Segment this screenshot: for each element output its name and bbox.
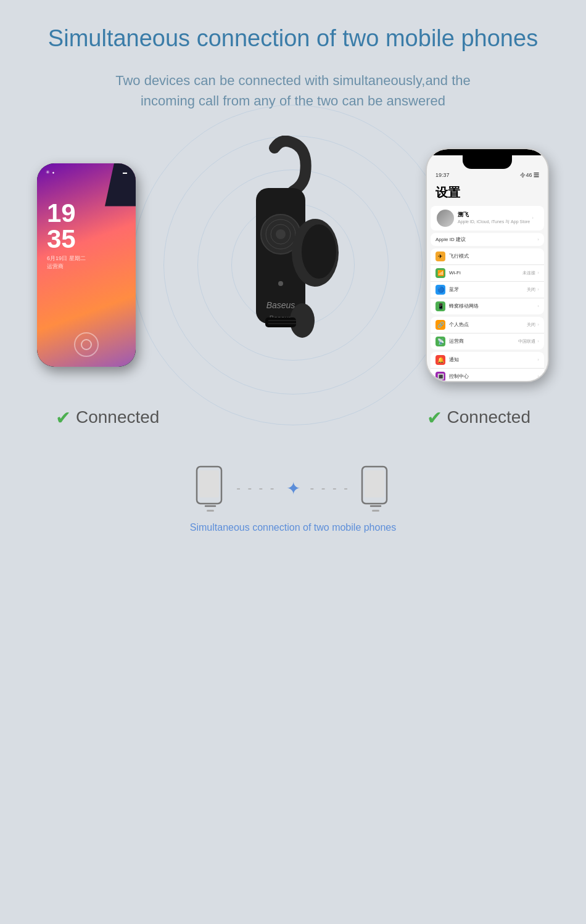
cellular-icon: 📱 [435, 301, 445, 311]
svg-text:Baseus: Baseus [266, 300, 295, 310]
apple-id-suggestion: Apple ID 建议 › [431, 233, 544, 246]
svg-rect-19 [365, 470, 384, 497]
profile-avatar [437, 210, 454, 227]
iphone-status-bar: 19:37 令46 ☰ [427, 169, 548, 181]
svg-point-5 [278, 281, 283, 286]
settings-notifications: 🔔 通知 › [431, 352, 544, 369]
android-phone: ✳ ⬥ ▬ 19 35 6月19日 星期二 运营商 [37, 163, 136, 367]
control-icon: 🔳 [435, 372, 445, 381]
android-time-big: 19 35 [47, 200, 86, 252]
settings-bluetooth: 🔵 蓝牙 关闭 › [431, 282, 544, 298]
settings-cellular: 📱 蜂窝移动网络 › [431, 298, 544, 314]
hotspot-icon: 🔗 [435, 320, 445, 330]
bottom-diagram: - - - - ✦ - - - - Simultaneous connectio… [190, 465, 396, 533]
settings-airplane: ✈ 飞行模式 [431, 248, 544, 265]
earphone: Baseus Baseus [200, 136, 361, 395]
phones-row: ✳ ⬥ ▬ 19 35 6月19日 星期二 运营商 [37, 136, 549, 395]
svg-point-9 [302, 224, 336, 279]
settings-control: 🔳 控制中心 › [431, 369, 544, 381]
dashes-right: - - - - [310, 481, 350, 496]
settings-hotspot: 🔗 个人热点 关闭 › [431, 317, 544, 333]
profile-name: 溯飞 [458, 211, 530, 219]
iphone-screen: 19:37 令46 ☰ 设置 溯飞 Apple ID, iCloud, iTun… [427, 149, 548, 381]
iphone: 19:37 令46 ☰ 设置 溯飞 Apple ID, iCloud, iTun… [426, 148, 549, 382]
android-date: 6月19日 星期二 运营商 [47, 255, 86, 271]
camera-icon [81, 339, 92, 350]
airplane-icon: ✈ [435, 251, 445, 261]
profile-sub: Apple ID, iCloud, iTunes 与 App Store [458, 219, 530, 225]
svg-rect-11 [265, 317, 296, 327]
profile-arrow: › [532, 215, 534, 221]
connected-right-label: Connected [447, 407, 530, 427]
wifi-icon: 📶 [435, 268, 445, 278]
iphone-signal: 令46 ☰ [520, 171, 539, 179]
settings-group-2: 🔗 个人热点 关闭 › 📡 运营商 中国联通 › [431, 317, 544, 350]
diagram-row: - - - - ✦ - - - - [194, 465, 392, 512]
android-camera [74, 332, 99, 357]
diagram-phone-right [360, 465, 392, 512]
dashes-left: - - - - [236, 481, 276, 496]
phones-section: ✳ ⬥ ▬ 19 35 6月19日 星期二 运营商 [37, 136, 549, 395]
page-title: Simultaneous connection of two mobile ph… [48, 25, 538, 53]
settings-group-3: 🔔 通知 › 🔳 控制中心 › 🌙 勿扰模式 › [431, 352, 544, 381]
iphone-settings-header: 设置 [427, 181, 548, 203]
settings-carrier: 📡 运营商 中国联通 › [431, 333, 544, 350]
settings-profile: 溯飞 Apple ID, iCloud, iTunes 与 App Store … [431, 206, 544, 231]
bluetooth-icon: 🔵 [435, 285, 445, 295]
iphone-top-bar [427, 149, 548, 155]
svg-rect-21 [372, 510, 379, 512]
svg-rect-17 [207, 510, 214, 512]
svg-rect-15 [199, 470, 219, 497]
check-left-icon: ✔ [56, 407, 71, 428]
carrier-icon: 📡 [435, 337, 445, 346]
android-status-bar: ✳ ⬥ ▬ [37, 163, 136, 182]
earphone-svg: Baseus Baseus [200, 136, 361, 395]
iphone-time: 19:37 [435, 172, 450, 178]
diagram-phone-left [194, 465, 226, 512]
svg-point-4 [276, 229, 286, 239]
android-time: 19 35 6月19日 星期二 运营商 [47, 200, 86, 271]
bluetooth-center-icon: ✦ [286, 478, 300, 499]
notification-icon: 🔔 [435, 355, 445, 365]
diagram-caption: Simultaneous connection of two mobile ph… [190, 522, 396, 533]
android-screen: ✳ ⬥ ▬ 19 35 6月19日 星期二 运营商 [37, 163, 136, 367]
profile-info: 溯飞 Apple ID, iCloud, iTunes 与 App Store [458, 211, 530, 225]
apple-id-group: Apple ID 建议 › [431, 233, 544, 246]
settings-group-1: ✈ 飞行模式 📶 Wi-Fi 未连接 › 🔵 蓝牙 关闭 › [431, 248, 544, 314]
iphone-notch [463, 155, 512, 169]
settings-wifi: 📶 Wi-Fi 未连接 › [431, 265, 544, 282]
